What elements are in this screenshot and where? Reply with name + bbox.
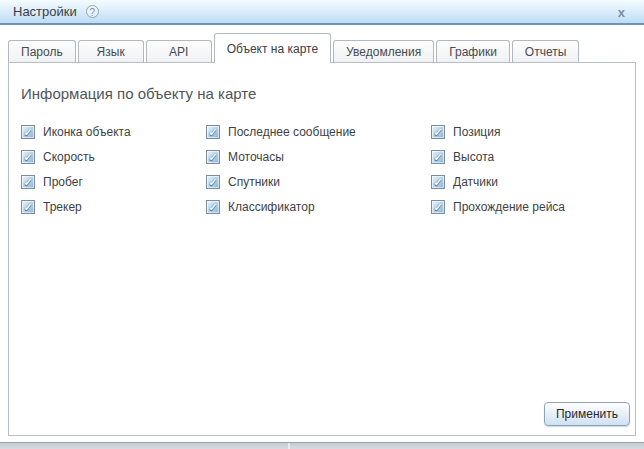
check-row-sensors[interactable]: ✓ Датчики [431, 169, 631, 194]
checkbox-classifier[interactable]: ✓ [206, 200, 220, 214]
dialog-title: Настройки [13, 4, 77, 19]
tab-reports[interactable]: Отчеты [512, 40, 579, 62]
checkbox-speed[interactable]: ✓ [21, 150, 35, 164]
checkbox-label: Скорость [43, 150, 95, 164]
checkbox-label: Пробег [43, 175, 83, 189]
checkbox-column-1: ✓ Иконка объекта ✓ Скорость ✓ Пробег ✓ Т… [21, 119, 206, 219]
checkbox-label: Классификатор [228, 200, 315, 214]
checkbox-mileage[interactable]: ✓ [21, 175, 35, 189]
help-icon[interactable]: ? [86, 5, 99, 18]
checkbox-label: Высота [453, 150, 494, 164]
apply-button[interactable]: Применить [544, 402, 630, 426]
check-row-altitude[interactable]: ✓ Высота [431, 144, 631, 169]
checkbox-column-3: ✓ Позиция ✓ Высота ✓ Датчики ✓ Прохожден… [431, 119, 631, 219]
check-row-classifier[interactable]: ✓ Классификатор [206, 194, 431, 219]
tab-language[interactable]: Язык [78, 40, 144, 62]
check-row-satellites[interactable]: ✓ Спутники [206, 169, 431, 194]
checkbox-tracker[interactable]: ✓ [21, 200, 35, 214]
tab-notifications[interactable]: Уведомления [333, 40, 434, 62]
check-row-trip-progress[interactable]: ✓ Прохождение рейса [431, 194, 631, 219]
tab-charts[interactable]: Графики [436, 40, 510, 62]
check-row-engine-hours[interactable]: ✓ Моточасы [206, 144, 431, 169]
tab-strip: Пароль Язык API Объект на карте Уведомле… [8, 33, 636, 62]
checkbox-label: Датчики [453, 175, 498, 189]
checkbox-altitude[interactable]: ✓ [431, 150, 445, 164]
checkbox-engine-hours[interactable]: ✓ [206, 150, 220, 164]
check-row-object-icon[interactable]: ✓ Иконка объекта [21, 119, 206, 144]
panel-heading: Информация по объекту на карте [21, 85, 256, 102]
checkbox-label: Последнее сообщение [228, 125, 356, 139]
check-row-speed[interactable]: ✓ Скорость [21, 144, 206, 169]
checkbox-trip-progress[interactable]: ✓ [431, 200, 445, 214]
checkbox-position[interactable]: ✓ [431, 125, 445, 139]
close-icon[interactable]: x [618, 5, 625, 20]
background-page-strip [0, 442, 644, 449]
checkbox-label: Иконка объекта [43, 125, 131, 139]
check-row-tracker[interactable]: ✓ Трекер [21, 194, 206, 219]
tab-api[interactable]: API [146, 40, 212, 62]
checkbox-label: Спутники [228, 175, 280, 189]
tab-password[interactable]: Пароль [8, 40, 76, 62]
check-row-position[interactable]: ✓ Позиция [431, 119, 631, 144]
settings-panel: Информация по объекту на карте ✓ Иконка … [8, 62, 636, 436]
checkbox-object-icon[interactable]: ✓ [21, 125, 35, 139]
checkbox-column-2: ✓ Последнее сообщение ✓ Моточасы ✓ Спутн… [206, 119, 431, 219]
dialog-titlebar: Настройки ? x [0, 0, 644, 25]
checkbox-label: Позиция [453, 125, 500, 139]
tab-object-on-map[interactable]: Объект на карте [214, 33, 331, 63]
checkbox-label: Моточасы [228, 150, 284, 164]
checkbox-label: Прохождение рейса [453, 200, 565, 214]
background-seam [288, 443, 290, 449]
checkbox-sensors[interactable]: ✓ [431, 175, 445, 189]
checkbox-last-message[interactable]: ✓ [206, 125, 220, 139]
check-row-last-message[interactable]: ✓ Последнее сообщение [206, 119, 431, 144]
checkbox-satellites[interactable]: ✓ [206, 175, 220, 189]
check-row-mileage[interactable]: ✓ Пробег [21, 169, 206, 194]
checkbox-label: Трекер [43, 200, 82, 214]
